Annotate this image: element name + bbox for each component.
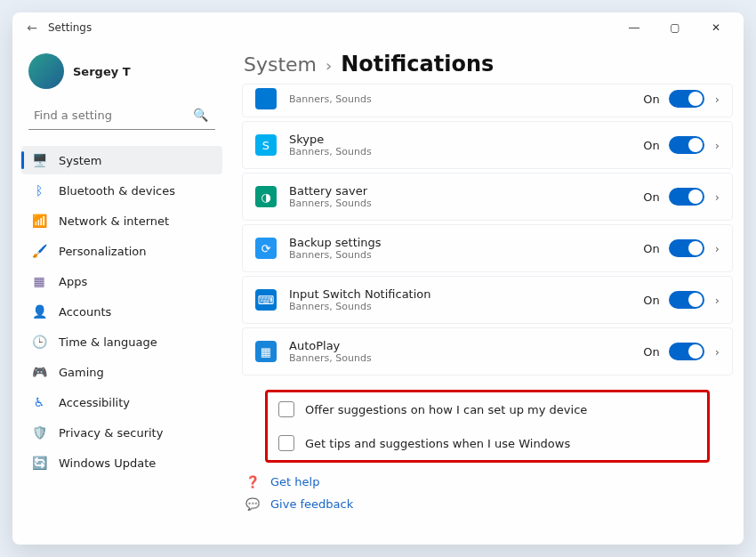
minimize-button[interactable]: ―: [614, 13, 655, 42]
app-title: Battery saver: [289, 184, 643, 198]
link-label: Give feedback: [270, 497, 353, 511]
app-row[interactable]: SSkypeBanners, SoundsOn›: [242, 121, 733, 169]
toggle-state: On: [643, 294, 659, 307]
app-sub: Banners, Sounds: [289, 93, 643, 105]
sidebar-item-accessibility[interactable]: ♿Accessibility: [21, 388, 222, 416]
window-title: Settings: [48, 21, 92, 34]
search-input[interactable]: [28, 101, 215, 130]
app-list: Banners, SoundsOn›SSkypeBanners, SoundsO…: [242, 84, 733, 375]
app-title: Backup settings: [289, 236, 643, 249]
toggle-state: On: [643, 190, 659, 204]
app-text: Battery saverBanners, Sounds: [289, 184, 643, 209]
nav: 🖥️System ᛒBluetooth & devices 📶Network &…: [21, 146, 222, 477]
sidebar-item-label: Network & internet: [59, 214, 169, 228]
app-text: Backup settingsBanners, Sounds: [289, 236, 643, 261]
username: Sergey T: [73, 65, 131, 78]
close-button[interactable]: ✕: [696, 13, 736, 42]
maximize-button[interactable]: ▢: [655, 13, 696, 42]
app-row[interactable]: ⌨Input Switch NotificationBanners, Sound…: [242, 276, 733, 324]
app-icon: ⟳: [255, 238, 277, 259]
app-sub: Banners, Sounds: [289, 146, 643, 157]
checkbox-tips[interactable]: Get tips and suggestions when I use Wind…: [278, 435, 696, 451]
chevron-right-icon: ›: [715, 190, 720, 204]
sidebar-item-system[interactable]: 🖥️System: [21, 146, 222, 174]
app-title: Input Switch Notification: [289, 287, 643, 301]
sidebar-item-gaming[interactable]: 🎮Gaming: [21, 358, 222, 386]
toggle-switch[interactable]: [669, 188, 704, 206]
chevron-right-icon: ›: [715, 242, 720, 255]
breadcrumb-parent[interactable]: System: [244, 53, 317, 76]
sidebar-item-time[interactable]: 🕒Time & language: [21, 327, 222, 356]
sidebar-item-label: Time & language: [59, 335, 157, 349]
apps-icon: ▦: [30, 272, 48, 290]
avatar: [28, 53, 64, 89]
app-row[interactable]: Banners, SoundsOn›: [242, 84, 733, 117]
clock-icon: 🕒: [30, 333, 48, 351]
app-text: Banners, Sounds: [289, 93, 643, 105]
toggle-switch[interactable]: [669, 90, 704, 108]
checkbox-label: Get tips and suggestions when I use Wind…: [305, 437, 570, 450]
app-icon: [255, 88, 277, 109]
sidebar-item-bluetooth[interactable]: ᛒBluetooth & devices: [21, 176, 222, 205]
feedback-icon: 💬: [245, 497, 261, 511]
toggle-switch[interactable]: [669, 136, 704, 154]
chevron-right-icon: ›: [326, 56, 332, 75]
chevron-right-icon: ›: [715, 294, 720, 307]
system-icon: 🖥️: [30, 151, 48, 169]
get-help-link[interactable]: ❓ Get help: [245, 475, 733, 488]
brush-icon: 🖌️: [30, 242, 48, 260]
app-sub: Banners, Sounds: [289, 249, 643, 261]
back-button[interactable]: ←: [20, 20, 44, 35]
help-icon: ❓: [245, 475, 261, 488]
app-icon: ⌨: [255, 289, 277, 311]
sidebar-item-apps[interactable]: ▦Apps: [21, 267, 222, 295]
toggle-state: On: [643, 345, 659, 359]
app-icon: S: [255, 134, 277, 156]
titlebar: ← Settings ― ▢ ✕: [12, 12, 744, 43]
page-title: Notifications: [341, 52, 494, 77]
sidebar-item-label: Gaming: [59, 366, 104, 379]
sidebar-item-windows-update[interactable]: 🔄Windows Update: [21, 448, 222, 477]
sidebar-item-personalization[interactable]: 🖌️Personalization: [21, 237, 222, 265]
sidebar-item-label: Bluetooth & devices: [59, 184, 175, 198]
profile[interactable]: Sergey T: [21, 48, 222, 101]
settings-window: ← Settings ― ▢ ✕ Sergey T 🔍 🖥️System ᛒBl…: [12, 12, 744, 545]
sidebar-item-privacy[interactable]: 🛡️Privacy & security: [21, 418, 222, 447]
search-icon: 🔍: [193, 108, 208, 122]
app-title: AutoPlay: [289, 339, 643, 352]
breadcrumb: System › Notifications: [244, 52, 733, 77]
checkbox-setup-suggestions[interactable]: Offer suggestions on how I can set up my…: [278, 401, 696, 417]
app-row[interactable]: ◑Battery saverBanners, SoundsOn›: [242, 173, 733, 221]
sidebar-item-network[interactable]: 📶Network & internet: [21, 206, 222, 235]
app-text: AutoPlayBanners, Sounds: [289, 339, 643, 364]
toggle-switch[interactable]: [669, 291, 704, 309]
highlighted-box: Offer suggestions on how I can set up my…: [265, 390, 710, 463]
checkbox-icon: [278, 435, 294, 451]
checkbox-label: Offer suggestions on how I can set up my…: [305, 403, 587, 416]
shield-icon: 🛡️: [30, 424, 48, 441]
app-text: Input Switch NotificationBanners, Sounds: [289, 287, 643, 312]
checkbox-icon: [278, 401, 294, 417]
update-icon: 🔄: [30, 454, 48, 472]
content: System › Notifications Banners, SoundsOn…: [229, 43, 744, 545]
sidebar-item-label: Accounts: [59, 305, 111, 319]
toggle-switch[interactable]: [669, 343, 704, 360]
app-icon: ◑: [255, 186, 277, 207]
app-row[interactable]: ▦AutoPlayBanners, SoundsOn›: [242, 327, 733, 375]
sidebar-item-label: Accessibility: [59, 396, 130, 409]
app-sub: Banners, Sounds: [289, 352, 643, 364]
toggle-state: On: [643, 139, 659, 152]
person-icon: 👤: [30, 303, 48, 320]
give-feedback-link[interactable]: 💬 Give feedback: [245, 497, 733, 511]
toggle-state: On: [643, 242, 659, 255]
sidebar-item-accounts[interactable]: 👤Accounts: [21, 297, 222, 326]
gaming-icon: 🎮: [30, 363, 48, 381]
link-label: Get help: [270, 475, 319, 488]
app-icon: ▦: [255, 341, 277, 362]
toggle-switch[interactable]: [669, 239, 704, 257]
wifi-icon: 📶: [30, 212, 48, 230]
sidebar-item-label: Privacy & security: [59, 426, 163, 440]
chevron-right-icon: ›: [715, 93, 720, 106]
sidebar-item-label: Personalization: [59, 245, 147, 258]
app-row[interactable]: ⟳Backup settingsBanners, SoundsOn›: [242, 224, 733, 272]
